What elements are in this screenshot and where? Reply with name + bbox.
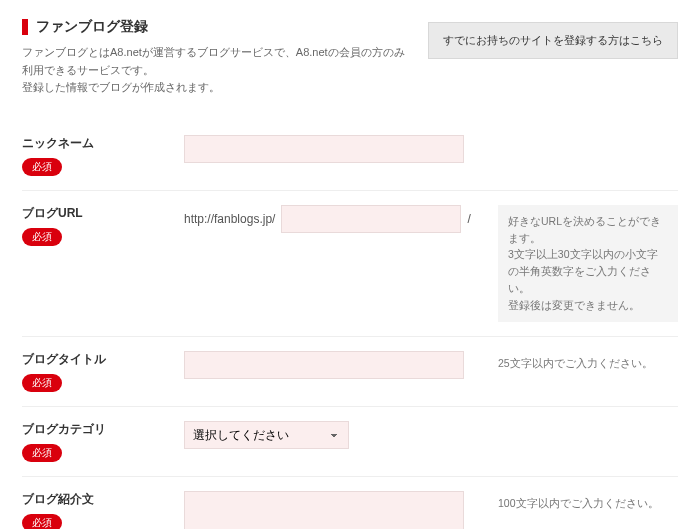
page-title-text: ファンブログ登録 bbox=[36, 18, 148, 36]
title-block: ファンブログ登録 ファンブログとはA8.netが運営するブログサービスで、A8.… bbox=[22, 18, 412, 97]
label-blog-category: ブログカテゴリ bbox=[22, 421, 172, 438]
hint-blog-url: 好きなURLを決めることができます。 3文字以上30文字以内の小文字の半角英数字… bbox=[498, 205, 678, 322]
blog-category-select[interactable]: 選択してください bbox=[184, 421, 349, 449]
row-blog-title: ブログタイトル 必須 25文字以内でご入力ください。 bbox=[22, 337, 678, 407]
label-blog-url: ブログURL bbox=[22, 205, 172, 222]
required-badge: 必須 bbox=[22, 444, 62, 462]
required-badge: 必須 bbox=[22, 228, 62, 246]
url-prefix: http://fanblogs.jp/ bbox=[184, 212, 275, 226]
hint-blog-title: 25文字以内でご入力ください。 bbox=[498, 351, 678, 372]
url-suffix: / bbox=[467, 212, 470, 226]
label-blog-title: ブログタイトル bbox=[22, 351, 172, 368]
hint-blog-intro: 100文字以内でご入力ください。 bbox=[498, 491, 678, 512]
label-blog-intro: ブログ紹介文 bbox=[22, 491, 172, 508]
required-badge: 必須 bbox=[22, 514, 62, 529]
label-nickname: ニックネーム bbox=[22, 135, 172, 152]
blog-intro-textarea[interactable] bbox=[184, 491, 464, 529]
row-blog-intro: ブログ紹介文 必須 100文字以内でご入力ください。 bbox=[22, 477, 678, 529]
header-row: ファンブログ登録 ファンブログとはA8.netが運営するブログサービスで、A8.… bbox=[22, 18, 678, 97]
title-accent-bar bbox=[22, 19, 28, 35]
blog-title-input[interactable] bbox=[184, 351, 464, 379]
required-badge: 必須 bbox=[22, 158, 62, 176]
row-nickname: ニックネーム 必須 bbox=[22, 121, 678, 191]
page-subtitle: ファンブログとはA8.netが運営するブログサービスで、A8.netの会員の方の… bbox=[22, 44, 412, 97]
row-blog-category: ブログカテゴリ 必須 選択してください bbox=[22, 407, 678, 477]
row-blog-url: ブログURL 必須 http://fanblogs.jp/ / 好きなURLを決… bbox=[22, 191, 678, 337]
page-title: ファンブログ登録 bbox=[22, 18, 412, 36]
existing-site-button[interactable]: すでにお持ちのサイトを登録する方はこちら bbox=[428, 22, 678, 59]
required-badge: 必須 bbox=[22, 374, 62, 392]
nickname-input[interactable] bbox=[184, 135, 464, 163]
blog-url-input[interactable] bbox=[281, 205, 461, 233]
